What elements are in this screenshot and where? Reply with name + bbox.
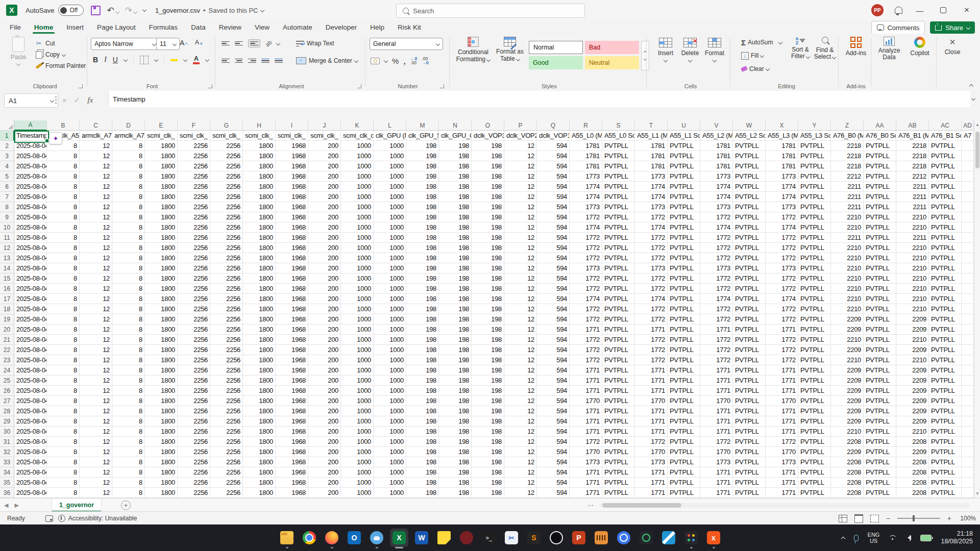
- cell[interactable]: 1771: [766, 324, 798, 335]
- confirm-entry-icon[interactable]: ✓: [74, 95, 81, 105]
- cell[interactable]: 594: [537, 467, 570, 478]
- cell[interactable]: 1968: [276, 488, 308, 498]
- scroll-up-icon[interactable]: ▲: [975, 122, 979, 127]
- cell[interactable]: 8: [47, 151, 80, 161]
- cell[interactable]: 1000: [341, 335, 374, 345]
- cell[interactable]: 2256: [210, 335, 243, 345]
- cell[interactable]: 8: [47, 396, 80, 406]
- cell[interactable]: A76_B0 So: [864, 131, 896, 141]
- cell[interactable]: 2256: [178, 386, 210, 396]
- cell[interactable]: 2218: [831, 141, 864, 151]
- cell[interactable]: PVTPLL: [864, 345, 896, 355]
- cell[interactable]: 1800: [145, 478, 178, 488]
- cell[interactable]: 2256: [210, 345, 243, 355]
- cell[interactable]: 2256: [210, 294, 243, 304]
- cell[interactable]: 1968: [276, 171, 308, 182]
- cell[interactable]: 12: [80, 192, 112, 202]
- cell[interactable]: 1771: [700, 467, 733, 478]
- cell[interactable]: PVTPLL: [733, 284, 766, 294]
- cell[interactable]: PVTPLL: [733, 457, 766, 467]
- cell[interactable]: PVTPLL: [929, 335, 962, 345]
- col-header[interactable]: H: [243, 120, 276, 131]
- cell[interactable]: [962, 243, 974, 253]
- taskbar-chrome-icon[interactable]: [303, 531, 316, 544]
- cell[interactable]: 8: [47, 253, 80, 263]
- cell[interactable]: 594: [537, 161, 570, 171]
- cell[interactable]: 12: [504, 488, 537, 498]
- cell[interactable]: 2256: [178, 427, 210, 437]
- cell[interactable]: PVTPLL: [668, 375, 700, 386]
- col-header[interactable]: T: [635, 120, 668, 131]
- cell[interactable]: 2209: [896, 375, 929, 386]
- cell[interactable]: 1771: [700, 386, 733, 396]
- cell[interactable]: [962, 233, 974, 243]
- cell[interactable]: 1968: [276, 355, 308, 365]
- cell[interactable]: 1800: [243, 171, 276, 182]
- cell[interactable]: 8: [112, 243, 145, 253]
- cell[interactable]: PVTPLL: [602, 192, 635, 202]
- cell[interactable]: 1000: [374, 171, 406, 182]
- cell[interactable]: 198: [439, 335, 472, 345]
- col-header[interactable]: S: [602, 120, 635, 131]
- cell[interactable]: 198: [472, 202, 504, 212]
- cell[interactable]: 198: [406, 427, 439, 437]
- close-ribbon-button[interactable]: × Close: [940, 37, 965, 56]
- cell[interactable]: 1774: [700, 294, 733, 304]
- cell[interactable]: 1800: [243, 314, 276, 324]
- cell[interactable]: 1772: [570, 212, 602, 222]
- cell[interactable]: 1800: [145, 161, 178, 171]
- taskbar-snipping-tool-icon[interactable]: ✂: [505, 531, 518, 544]
- cell[interactable]: PVTPLL: [864, 284, 896, 294]
- align-bottom-icon[interactable]: [248, 39, 260, 48]
- cell[interactable]: PVTPLL: [668, 192, 700, 202]
- cell[interactable]: 2208: [831, 457, 864, 467]
- cell[interactable]: 12: [504, 467, 537, 478]
- row-header[interactable]: 31: [0, 437, 14, 447]
- cell[interactable]: 2210: [896, 263, 929, 273]
- cell[interactable]: 2208: [896, 437, 929, 447]
- cell[interactable]: dclk_VOP1: [537, 131, 570, 141]
- cell[interactable]: PVTPLL: [798, 396, 831, 406]
- cell[interactable]: PVTPLL: [864, 375, 896, 386]
- cell[interactable]: 1773: [570, 202, 602, 212]
- cell[interactable]: 1772: [570, 273, 602, 284]
- bold-button[interactable]: B: [93, 56, 98, 64]
- cell[interactable]: 2218: [831, 161, 864, 171]
- cell[interactable]: 1968: [276, 314, 308, 324]
- cell[interactable]: 1773: [570, 263, 602, 273]
- cell[interactable]: 198: [472, 335, 504, 345]
- row-header[interactable]: 36: [0, 488, 14, 498]
- cell[interactable]: 1800: [243, 222, 276, 233]
- cell[interactable]: 1000: [341, 457, 374, 467]
- cell[interactable]: PVTPLL: [864, 161, 896, 171]
- cell[interactable]: 8: [112, 182, 145, 192]
- taskbar-powerpoint-icon[interactable]: P: [572, 531, 585, 544]
- zoom-out-button[interactable]: −: [886, 514, 890, 522]
- wifi-icon[interactable]: [889, 535, 896, 540]
- cell[interactable]: 8: [112, 253, 145, 263]
- percent-style-button[interactable]: %: [392, 57, 399, 65]
- cell[interactable]: PVTPLL: [668, 467, 700, 478]
- cell[interactable]: 2256: [210, 467, 243, 478]
- cell[interactable]: 200: [308, 171, 341, 182]
- col-header[interactable]: A: [14, 120, 47, 131]
- cell[interactable]: 200: [308, 447, 341, 457]
- cell[interactable]: PVTPLL: [602, 427, 635, 437]
- cell[interactable]: 594: [537, 273, 570, 284]
- search-input[interactable]: Search: [396, 4, 585, 18]
- cell[interactable]: PVTPLL: [733, 212, 766, 222]
- cell[interactable]: [962, 151, 974, 161]
- cell[interactable]: 1774: [570, 294, 602, 304]
- cell[interactable]: 2211: [896, 202, 929, 212]
- cell[interactable]: 200: [308, 233, 341, 243]
- cell[interactable]: [962, 182, 974, 192]
- sheet-tab-active[interactable]: 1_governor: [52, 499, 102, 512]
- cell[interactable]: PVTPLL: [668, 416, 700, 427]
- cell[interactable]: PVTPLL: [798, 416, 831, 427]
- cell[interactable]: 8: [47, 212, 80, 222]
- cell[interactable]: PVTPLL: [602, 212, 635, 222]
- cell[interactable]: 1772: [766, 253, 798, 263]
- col-header[interactable]: U: [668, 120, 700, 131]
- cell[interactable]: 1968: [276, 416, 308, 427]
- col-header[interactable]: E: [145, 120, 178, 131]
